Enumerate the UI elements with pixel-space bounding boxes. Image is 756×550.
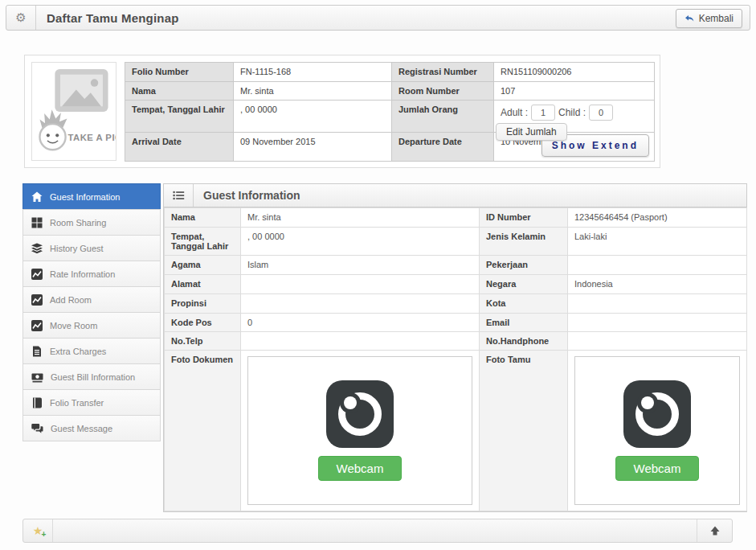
chart-icon bbox=[31, 294, 43, 306]
foto-dokumen-cell: Webcam bbox=[241, 351, 480, 511]
edit-jumlah-button[interactable]: Edit Jumlah bbox=[496, 123, 567, 141]
sidebar-item-label: Guest Information bbox=[50, 192, 120, 202]
detail-label: Alamat bbox=[165, 275, 241, 294]
home-icon bbox=[31, 191, 43, 203]
detail-value bbox=[568, 314, 747, 332]
favorite-star-icon: ★+ bbox=[33, 525, 43, 536]
sidebar-item-guest-information[interactable]: Guest Information bbox=[22, 183, 161, 210]
list-icon bbox=[164, 184, 194, 207]
detail-value: Islam bbox=[241, 256, 480, 275]
detail-value: Indonesia bbox=[568, 275, 747, 294]
book-icon bbox=[31, 397, 43, 408]
comments-icon bbox=[31, 423, 43, 434]
detail-value bbox=[568, 332, 747, 351]
detail-label: Agama bbox=[165, 256, 241, 275]
summary-label: Tempat, Tanggal Lahir bbox=[125, 101, 234, 133]
detail-label: No.Handphone bbox=[480, 332, 568, 351]
detail-value bbox=[568, 256, 747, 275]
detail-value bbox=[241, 332, 480, 351]
sidebar-item-history-guest[interactable]: History Guest bbox=[22, 235, 161, 261]
summary-value: FN-1115-168 bbox=[234, 63, 392, 82]
sidebar-item-folio-transfer[interactable]: Folio Transfer bbox=[22, 389, 161, 416]
detail-label: Pekerjaan bbox=[480, 256, 568, 275]
guest-summary-box: TAKE A PIC! Folio Number FN-1115-168 Reg… bbox=[24, 55, 660, 168]
detail-label: Tempat, Tanggal Lahir bbox=[165, 228, 241, 256]
summary-value: 107 bbox=[494, 82, 655, 101]
guest-detail-table: Nama Mr. sinta ID Number 12345646454 (Pa… bbox=[164, 207, 747, 511]
footer-bar: ★+ bbox=[22, 519, 733, 543]
add-favorite-button[interactable]: ★+ bbox=[23, 519, 53, 542]
sidebar-item-label: Room Sharing bbox=[50, 218, 106, 228]
sidebar-item-label: Extra Charges bbox=[50, 347, 106, 356]
sidebar-item-label: Guest Bill Information bbox=[51, 372, 135, 382]
child-count-input[interactable] bbox=[589, 105, 613, 121]
detail-label: Negara bbox=[480, 275, 568, 294]
jumlah-orang-cell: Adult :Child : Edit Jumlah bbox=[494, 101, 655, 133]
detail-value bbox=[241, 294, 480, 314]
take-a-pic-mascot-icon: TAKE A PIC! bbox=[32, 64, 116, 159]
detail-label: Jenis Kelamin bbox=[480, 228, 568, 256]
sidebar-item-label: Move Room bbox=[50, 321, 97, 330]
foto-tamu-cell: Webcam bbox=[568, 351, 747, 511]
back-button-label: Kembali bbox=[699, 13, 734, 24]
guest-webcam-button[interactable]: Webcam bbox=[615, 456, 700, 481]
detail-label: Kota bbox=[480, 294, 568, 314]
sidebar-item-label: Guest Message bbox=[51, 424, 112, 433]
guest-summary-table: Folio Number FN-1115-168 Registrasi Numb… bbox=[125, 62, 655, 162]
back-button[interactable]: Kembali bbox=[676, 9, 742, 28]
document-webcam-button[interactable]: Webcam bbox=[318, 456, 403, 481]
summary-value: Mr. sinta bbox=[234, 82, 392, 101]
sidebar-item-guest-message[interactable]: Guest Message bbox=[22, 415, 161, 441]
child-label: Child : bbox=[558, 107, 586, 118]
adult-count-input[interactable] bbox=[531, 105, 555, 121]
detail-label: No.Telp bbox=[165, 332, 241, 351]
detail-value: Mr. sinta bbox=[241, 208, 480, 228]
page-title: Daftar Tamu Menginap bbox=[47, 11, 179, 25]
detail-label: Propinsi bbox=[165, 294, 241, 314]
chart-icon bbox=[31, 320, 43, 331]
panel-header: Guest Information bbox=[164, 184, 746, 207]
summary-value: RN151109000206 bbox=[494, 63, 655, 82]
summary-value: , 00 0000 bbox=[234, 101, 392, 133]
sidebar-item-add-room[interactable]: Add Room bbox=[22, 286, 161, 313]
summary-label: Departure Date bbox=[392, 133, 494, 162]
sidebar-item-extra-charges[interactable]: Extra Charges bbox=[22, 338, 161, 364]
sidebar-item-guest-bill-information[interactable]: Guest Bill Information bbox=[22, 363, 161, 390]
guest-webcam-area: Webcam bbox=[574, 356, 740, 505]
guest-information-panel: Guest Information Nama Mr. sinta ID Numb… bbox=[163, 183, 747, 512]
sidebar-item-move-room[interactable]: Move Room bbox=[22, 312, 161, 339]
summary-label: Folio Number bbox=[125, 63, 234, 82]
summary-label: Nama bbox=[125, 82, 234, 101]
detail-label: ID Number bbox=[480, 208, 568, 228]
plus-icon: + bbox=[41, 531, 46, 539]
webcam-icon bbox=[326, 380, 394, 448]
detail-label: Nama bbox=[165, 208, 241, 228]
grid-icon bbox=[31, 217, 43, 228]
guest-photo-placeholder: TAKE A PIC! bbox=[31, 62, 116, 161]
layers-icon bbox=[31, 243, 43, 254]
detail-label: Foto Dokumen bbox=[165, 351, 241, 511]
money-icon bbox=[31, 371, 43, 383]
scroll-to-top-button[interactable] bbox=[697, 519, 732, 542]
gear-icon[interactable]: ⚙ bbox=[6, 6, 36, 30]
detail-value: , 00 0000 bbox=[241, 228, 480, 256]
sidebar-item-label: Add Room bbox=[50, 295, 92, 305]
detail-value: 12345646454 (Pasport) bbox=[568, 208, 747, 228]
summary-label: Registrasi Number bbox=[392, 63, 494, 82]
take-a-pic-caption: TAKE A PIC! bbox=[67, 132, 116, 142]
summary-label: Room Number bbox=[392, 82, 494, 101]
sidebar-item-label: History Guest bbox=[50, 244, 104, 253]
summary-label: Arrival Date bbox=[125, 133, 234, 162]
adult-label: Adult : bbox=[501, 107, 528, 118]
sidebar-item-room-sharing[interactable]: Room Sharing bbox=[22, 209, 161, 236]
sidebar-item-rate-information[interactable]: Rate Information bbox=[22, 261, 161, 287]
detail-value bbox=[241, 275, 480, 294]
sidebar-item-label: Rate Information bbox=[50, 269, 115, 279]
summary-value: 09 November 2015 bbox=[234, 133, 392, 162]
document-icon bbox=[31, 346, 43, 357]
document-webcam-area: Webcam bbox=[247, 356, 472, 505]
detail-value: Laki-laki bbox=[568, 228, 747, 256]
detail-label: Email bbox=[480, 314, 568, 332]
up-arrow-icon bbox=[709, 525, 721, 536]
page-header: ⚙ Daftar Tamu Menginap Kembali bbox=[6, 5, 750, 31]
